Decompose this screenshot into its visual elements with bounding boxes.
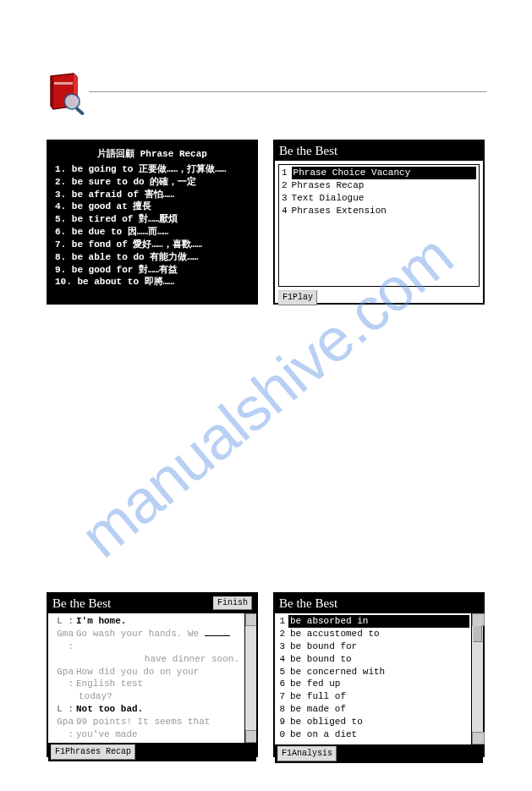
list-item-label: be concerned with: [288, 666, 469, 678]
menu-item-label: Phrases Recap: [292, 179, 365, 192]
menu-item-number: 3: [282, 192, 288, 205]
dialogue-line: Gpa :How did you do on your English test: [51, 666, 256, 691]
dialogue-line: L :Not too bad.: [51, 703, 256, 716]
scrollbar-thumb[interactable]: [473, 625, 482, 642]
f1-play-button[interactable]: F1Play: [278, 290, 317, 305]
phrase-recap-item: 3. be afraid of 害怕……: [55, 189, 250, 201]
title-bar: Be the Best Finish: [48, 594, 256, 613]
phrase-recap-item: 2. be sure to do 的確，一定: [55, 176, 250, 189]
title-bar: Be the Best: [275, 594, 483, 613]
phrase-recap-item: 1. be going to 正要做……，打算做……: [55, 163, 250, 176]
phrase-list-item[interactable]: 6be fed up: [275, 678, 483, 690]
speaker-label: Gma :: [51, 628, 76, 653]
phrase-recap-heading: 片語回顧 Phrase Recap: [55, 148, 250, 161]
dialogue-line: Gma :Go wash your hands. We: [51, 628, 256, 653]
panel-footer: F1Phrases Recap: [48, 743, 256, 761]
dialogue-continuation: a lot of progress recently.: [51, 741, 256, 744]
menu-item[interactable]: 2Phrases Recap: [282, 179, 476, 192]
dialogue-text: Go wash your hands. We: [76, 628, 243, 653]
panel-title: Be the Best: [52, 595, 111, 612]
panel-footer: F1Play: [275, 290, 483, 308]
menu-item-number: 4: [282, 205, 288, 217]
menu-item-number: 1: [282, 167, 288, 179]
fill-blank[interactable]: [205, 635, 230, 636]
list-item-number: 7: [275, 690, 288, 703]
menu-item-label: Phrase Choice Vacancy: [292, 167, 476, 179]
list-item-label: be obliged to: [288, 716, 469, 728]
list-item-label: be made of: [288, 703, 469, 716]
phrase-recap-item: 7. be fond of 愛好……，喜歡……: [55, 239, 250, 251]
menu-item-label: Phrases Extension: [292, 205, 387, 217]
list-item-number: 4: [275, 653, 288, 666]
phrase-recap-item: 5. be tired of 對……厭煩: [55, 213, 250, 226]
list-item-number: 2: [275, 628, 288, 640]
phrase-list-item[interactable]: 5be concerned with: [275, 666, 483, 678]
phrase-list-panel: Be the Best 1be absorbed in2be accustome…: [273, 592, 485, 757]
phrase-recap-item: 10. be about to 即將……: [55, 276, 250, 288]
menu-item[interactable]: 3Text Dialogue: [282, 192, 476, 205]
list-item-number: 1: [275, 615, 288, 628]
svg-rect-0: [54, 82, 73, 85]
dialogue-text: 99 points! It seems that you've made: [76, 716, 243, 741]
phrase-list-item[interactable]: 1be absorbed in: [275, 615, 483, 628]
dialogue-continuation: today?: [51, 690, 256, 703]
phrase-recap-item: 8. be able to do 有能力做……: [55, 251, 250, 264]
menu-body: 1Phrase Choice Vacancy2Phrases Recap3Tex…: [278, 164, 480, 287]
list-item-label: be accustomed to: [288, 628, 469, 640]
phrase-list-item[interactable]: 7be full of: [275, 690, 483, 703]
dialogue-panel: Be the Best Finish L :I'm home.Gma :Go w…: [47, 592, 258, 757]
f1-phrases-recap-button[interactable]: F1Phrases Recap: [51, 744, 135, 760]
dialogue-continuation: have dinner soon.: [51, 653, 256, 666]
finish-button[interactable]: Finish: [213, 596, 252, 610]
dialogue-line: L :I'm home.: [51, 615, 256, 628]
menu-item-number: 2: [282, 179, 288, 192]
phrase-list-item[interactable]: 8be made of: [275, 703, 483, 716]
svg-rect-2: [74, 107, 85, 116]
list-body: 1be absorbed in2be accustomed to3be boun…: [275, 613, 483, 744]
list-item-number: 0: [275, 728, 288, 741]
dialogue-text: How did you do on your English test: [76, 666, 243, 691]
phrase-recap-item: 6. be due to 因……而……: [55, 226, 250, 239]
list-item-number: 9: [275, 716, 288, 728]
panel-title: Be the Best: [279, 595, 337, 612]
dialogue-body: L :I'm home.Gma :Go wash your hands. We …: [48, 613, 256, 743]
speaker-label: L :: [51, 615, 76, 628]
menu-item-label: Text Dialogue: [292, 192, 365, 205]
book-magnifier-icon: [47, 72, 87, 123]
be-the-best-menu-panel: Be the Best 1Phrase Choice Vacancy2Phras…: [273, 140, 485, 305]
phrase-list-item[interactable]: 0be on a diet: [275, 728, 483, 741]
panel-title: Be the Best: [279, 142, 337, 159]
phrase-recap-panel: 片語回顧 Phrase Recap 1. be going to 正要做……，打…: [47, 140, 258, 305]
phrase-list-item[interactable]: 2be accustomed to: [275, 628, 483, 640]
scrollbar[interactable]: [471, 613, 483, 744]
list-item-number: 5: [275, 666, 288, 678]
list-item-label: be bound to: [288, 653, 469, 666]
list-item-label: be absorbed in: [288, 615, 469, 628]
list-item-label: be bound for: [288, 640, 469, 653]
list-item-label: be fed up: [288, 678, 469, 690]
title-bar: Be the Best: [275, 141, 483, 161]
speaker-label: Gpa :: [51, 666, 76, 691]
menu-item[interactable]: 1Phrase Choice Vacancy: [282, 167, 476, 179]
phrase-recap-item: 4. be good at 擅長: [55, 200, 250, 213]
svg-point-1: [64, 94, 80, 109]
phrase-recap-item: 9. be good for 對……有益: [55, 264, 250, 277]
phrase-list-item[interactable]: 4be bound to: [275, 653, 483, 666]
speaker-label: L :: [51, 703, 76, 716]
dialogue-text: I'm home.: [76, 615, 243, 628]
scrollbar[interactable]: [244, 613, 256, 743]
menu-item[interactable]: 4Phrases Extension: [282, 205, 476, 217]
speaker-label: Gpa :: [51, 716, 76, 741]
f1-analysis-button[interactable]: F1Analysis: [277, 746, 337, 761]
list-item-number: 3: [275, 640, 288, 653]
phrase-list-item[interactable]: 3be bound for: [275, 640, 483, 653]
header-rule: [89, 91, 486, 92]
panel-footer: F1Analysis: [275, 744, 483, 763]
list-item-number: 8: [275, 703, 288, 716]
dialogue-line: Gpa :99 points! It seems that you've mad…: [51, 716, 256, 741]
phrase-list-item[interactable]: 9be obliged to: [275, 716, 483, 728]
list-item-label: be on a diet: [288, 728, 469, 741]
list-item-number: 6: [275, 678, 288, 690]
dialogue-text: Not too bad.: [76, 703, 243, 716]
list-item-label: be full of: [288, 690, 469, 703]
